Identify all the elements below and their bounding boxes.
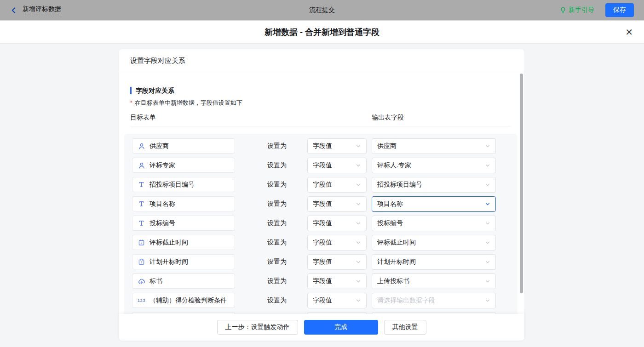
section-description: *在目标表单中新增数据，字段值设置如下: [130, 99, 513, 107]
set-as-label: 设置为: [267, 200, 288, 208]
user-icon: [138, 162, 145, 169]
target-field-box[interactable]: 123（辅助）得分检验判断条件: [132, 293, 235, 308]
value-type-value: 字段值: [313, 161, 332, 170]
set-as-label: 设置为: [267, 277, 288, 285]
top-header-bar: 新增评标数据 流程提交 新手引导 保存: [0, 0, 644, 21]
output-field-select[interactable]: 供应商: [372, 138, 496, 154]
target-field-label: （辅助）得分检验判断条件: [150, 296, 227, 305]
vertical-scrollbar[interactable]: [520, 74, 523, 293]
target-field-box[interactable]: 供应商: [132, 138, 235, 154]
output-field-select[interactable]: 评标人.专家: [372, 158, 496, 173]
finish-button[interactable]: 完成: [304, 320, 378, 335]
value-type-select[interactable]: 字段值: [307, 158, 367, 173]
chevron-down-icon: [485, 143, 490, 149]
chevron-down-icon: [485, 221, 490, 226]
value-type-value: 字段值: [313, 219, 332, 228]
output-field-select[interactable]: 上传投标书: [372, 273, 496, 289]
text-icon: [138, 220, 145, 227]
other-settings-button[interactable]: 其他设置: [384, 320, 426, 335]
target-field-label: 项目名称: [150, 200, 175, 208]
value-type-select[interactable]: 字段值: [307, 273, 367, 289]
output-field-value: 供应商: [377, 142, 397, 150]
value-type-select[interactable]: 字段值: [307, 138, 367, 154]
chevron-down-icon: [485, 240, 490, 245]
output-field-value: 项目名称: [377, 200, 403, 208]
chevron-down-icon: [485, 279, 490, 284]
output-field-value: 投标编号: [377, 219, 403, 228]
chevron-down-icon: [485, 182, 490, 188]
output-field-select[interactable]: 请选择输出数据字段: [372, 293, 496, 308]
card-header-title: 设置字段对应关系: [119, 49, 524, 72]
section-description-text: 在目标表单中新增数据，字段值设置如下: [135, 99, 242, 106]
value-type-value: 字段值: [313, 142, 332, 150]
chevron-down-icon: [485, 163, 490, 168]
value-type-value: 字段值: [313, 239, 332, 247]
target-field-box[interactable]: 项目名称: [132, 196, 235, 211]
target-field-label: 供应商: [150, 142, 169, 150]
set-as-label: 设置为: [267, 181, 288, 189]
rows-panel: 供应商设置为字段值供应商评标专家设置为字段值评标人.专家招投标项目编号设置为字段…: [124, 134, 518, 314]
chevron-down-icon: [356, 143, 361, 149]
target-field-label: 计划开标时间: [150, 258, 188, 266]
value-type-select[interactable]: 字段值: [307, 196, 367, 212]
target-field-box[interactable]: 7评标截止时间: [132, 235, 235, 250]
value-type-select[interactable]: 字段值: [307, 254, 367, 270]
field-mapping-row: 7计划开标时间设置为字段值计划开标时间: [132, 254, 510, 269]
value-type-select[interactable]: 字段值: [307, 293, 367, 308]
output-field-value: 请选择输出数据字段: [377, 296, 435, 305]
target-field-box[interactable]: 招投标项目编号: [132, 177, 235, 192]
value-type-select[interactable]: 字段值: [307, 177, 367, 193]
target-field-box[interactable]: 评标专家: [132, 158, 235, 173]
set-as-label: 设置为: [267, 296, 288, 305]
output-field-value: 计划开标时间: [377, 258, 416, 266]
output-field-value: 评标截止时间: [377, 239, 416, 247]
set-as-label: 设置为: [267, 219, 288, 228]
target-field-label: 评标专家: [150, 161, 175, 170]
target-field-box[interactable]: 7计划开标时间: [132, 254, 235, 269]
modal-header: 新增数据 - 合并新增到普通字段 ✕: [0, 21, 644, 44]
set-as-label: 设置为: [267, 161, 288, 170]
modal-body: 设置字段对应关系 字段对应关系 *在目标表单中新增数据，字段值设置如下 目标表单…: [0, 44, 644, 347]
chevron-down-icon: [356, 279, 361, 284]
page-title: 流程提交: [0, 6, 644, 14]
required-mark: *: [130, 100, 132, 106]
value-type-value: 字段值: [313, 277, 332, 285]
chevron-down-icon: [485, 201, 490, 207]
output-field-select[interactable]: 项目名称: [372, 196, 496, 212]
save-button[interactable]: 保存: [605, 3, 634, 17]
target-field-label: 标书: [150, 277, 162, 285]
chevron-down-icon: [485, 298, 490, 303]
target-field-box[interactable]: 投标编号: [132, 216, 235, 231]
close-icon[interactable]: ✕: [625, 28, 633, 37]
target-field-box[interactable]: 标书: [132, 273, 235, 289]
text-icon: [138, 181, 145, 188]
chevron-down-icon: [356, 298, 361, 303]
output-field-select[interactable]: 计划开标时间: [372, 254, 496, 270]
value-type-value: 字段值: [313, 181, 332, 189]
field-mapping-card: 设置字段对应关系 字段对应关系 *在目标表单中新增数据，字段值设置如下 目标表单…: [119, 49, 524, 341]
column-header-target-form: 目标表单: [130, 114, 372, 122]
chevron-down-icon: [356, 259, 361, 265]
card-scroll-area[interactable]: 字段对应关系 *在目标表单中新增数据，字段值设置如下 目标表单 输出表字段 供应…: [119, 72, 524, 314]
output-field-select[interactable]: 评标截止时间: [372, 235, 496, 250]
text-icon: [138, 200, 145, 207]
value-type-select[interactable]: 字段值: [307, 235, 367, 250]
column-header-divider: [130, 126, 511, 126]
upload-icon: [138, 278, 145, 285]
output-field-select[interactable]: 招投标项目编号: [372, 177, 496, 193]
modal-title: 新增数据 - 合并新增到普通字段: [264, 27, 380, 38]
chevron-down-icon: [356, 163, 361, 168]
set-as-label: 设置为: [267, 239, 288, 247]
chevron-down-icon: [485, 259, 490, 265]
section-title: 字段对应关系: [130, 87, 513, 94]
number-icon: 123: [138, 298, 145, 303]
previous-step-button[interactable]: 上一步：设置触发动作: [217, 320, 298, 335]
chevron-down-icon: [356, 240, 361, 245]
value-type-select[interactable]: 字段值: [307, 216, 367, 231]
lightbulb-icon: [560, 7, 566, 13]
output-field-select[interactable]: 投标编号: [372, 216, 496, 231]
output-field-value: 招投标项目编号: [377, 181, 422, 189]
target-field-label: 招投标项目编号: [150, 181, 195, 189]
beginner-guide-link[interactable]: 新手引导: [560, 6, 594, 14]
user-icon: [138, 142, 145, 150]
